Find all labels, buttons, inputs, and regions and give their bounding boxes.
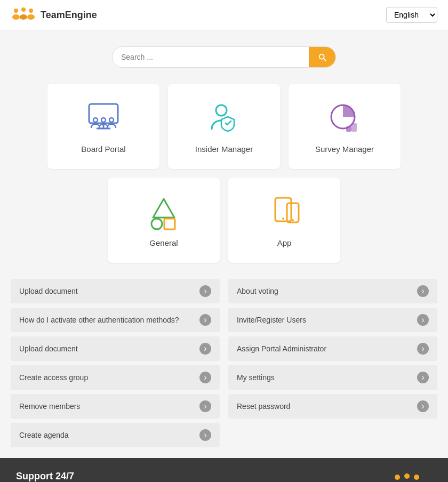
quick-item-create-access-group[interactable]: Create access group: [11, 365, 220, 390]
svg-marker-16: [153, 199, 174, 218]
quick-item-remove-members[interactable]: Remove members: [11, 394, 220, 419]
arrow-icon: [199, 285, 211, 297]
search-wrapper: [112, 46, 336, 68]
quick-item-my-settings[interactable]: My settings: [228, 365, 437, 390]
search-section: [0, 30, 448, 78]
app-card-app[interactable]: App: [228, 178, 340, 263]
logo: TeamEngine: [11, 5, 97, 25]
svg-point-24: [404, 473, 410, 479]
language-selector[interactable]: English Deutsch Svenska: [386, 7, 437, 23]
svg-point-0: [14, 9, 18, 13]
quick-item-reset-password[interactable]: Reset password: [228, 394, 437, 419]
quick-item-upload-doc-2[interactable]: Upload document: [11, 336, 220, 361]
footer-contact-info: Support 24/7 ✉ support@teamengine.com 🇸🇪…: [16, 471, 161, 482]
arrow-icon: [199, 429, 211, 441]
arrow-icon: [199, 400, 211, 412]
quick-links-right: About voting Invite/Register Users Assig…: [228, 279, 437, 447]
arrow-icon: [199, 343, 211, 355]
footer-logo: TeamEngine: [382, 471, 432, 482]
insider-manager-label: Insider Manager: [195, 144, 253, 154]
svg-point-4: [20, 14, 27, 20]
svg-rect-15: [346, 126, 351, 132]
search-button[interactable]: [309, 47, 335, 67]
board-portal-label: Board Portal: [81, 144, 125, 154]
footer: Support 24/7 ✉ support@teamengine.com 🇸🇪…: [0, 458, 448, 482]
arrow-icon: [199, 314, 211, 326]
svg-point-3: [12, 14, 20, 20]
quick-item-about-voting[interactable]: About voting: [228, 279, 437, 303]
svg-point-22: [292, 219, 294, 221]
svg-rect-14: [351, 123, 357, 132]
quick-item-assign-portal-admin[interactable]: Assign Portal Administrator: [228, 336, 437, 361]
logo-text: TeamEngine: [41, 10, 97, 21]
survey-manager-label: Survey Manager: [315, 144, 374, 154]
quick-item-invite-register[interactable]: Invite/Register Users: [228, 308, 437, 332]
arrow-icon: [417, 400, 429, 412]
svg-point-23: [395, 475, 400, 480]
search-input[interactable]: [113, 47, 309, 67]
app-label: App: [277, 238, 292, 247]
general-icon: [145, 194, 182, 231]
svg-point-17: [151, 219, 162, 229]
footer-logo-icon: [391, 471, 423, 482]
app-card-insider-manager[interactable]: Insider Manager: [168, 84, 280, 169]
svg-point-9: [93, 118, 98, 122]
logo-icon: [11, 5, 36, 25]
svg-point-11: [109, 118, 114, 122]
svg-point-25: [414, 475, 419, 480]
svg-point-1: [21, 7, 26, 12]
app-card-general[interactable]: General: [108, 178, 220, 263]
app-grid: Board Portal Insider Manager Survey Mana…: [0, 78, 448, 274]
arrow-icon: [417, 314, 429, 326]
quick-links: Upload document How do I activate other …: [0, 274, 448, 458]
search-icon: [317, 52, 327, 62]
arrow-icon: [199, 372, 211, 383]
app-icon: [266, 194, 303, 231]
general-label: General: [149, 238, 178, 247]
survey-manager-icon: [326, 100, 363, 137]
header: TeamEngine English Deutsch Svenska: [0, 0, 448, 30]
arrow-icon: [417, 372, 429, 383]
quick-item-create-agenda[interactable]: Create agenda: [11, 423, 220, 447]
insider-manager-icon: [205, 100, 243, 137]
svg-point-2: [29, 9, 33, 13]
app-card-survey-manager[interactable]: Survey Manager: [289, 84, 401, 169]
quick-item-auth-methods[interactable]: How do I activate other authentication m…: [11, 308, 220, 332]
quick-links-left: Upload document How do I activate other …: [11, 279, 220, 447]
support-title: Support 24/7: [16, 471, 161, 482]
board-portal-icon: [85, 100, 122, 137]
svg-point-12: [216, 105, 227, 116]
svg-point-10: [101, 118, 106, 122]
svg-point-5: [27, 14, 35, 20]
arrow-icon: [417, 285, 429, 297]
quick-item-upload-doc-1[interactable]: Upload document: [11, 279, 220, 303]
app-card-board-portal[interactable]: Board Portal: [47, 84, 159, 169]
arrow-icon: [417, 343, 429, 355]
svg-point-20: [282, 218, 284, 220]
svg-rect-18: [164, 219, 175, 229]
